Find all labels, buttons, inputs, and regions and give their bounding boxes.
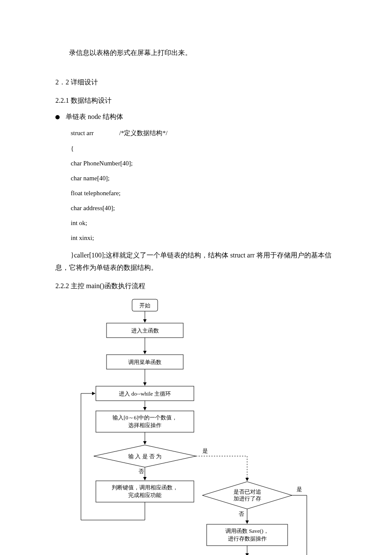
svg-text:是: 是 [202,448,208,454]
code-line: float telephonefare; [71,190,337,197]
code-line: char address[40]; [71,205,337,212]
svg-text:判断键值，调用相应函数，: 判断键值，调用相应函数， [112,484,178,491]
code-line: struct arr/*定义数据结构*/ [71,129,337,137]
svg-text:选择相应操作: 选择相应操作 [128,422,161,428]
svg-text:进入主函数: 进入主函数 [131,327,159,334]
paragraph: }caller[100];这样就定义了一个单链表的结构，结构体 struct a… [55,249,337,274]
heading-2-2-2: 2.2.2 主控 main()函数执行流程 [55,280,337,292]
svg-text:输 入 是 否 为: 输 入 是 否 为 [128,453,161,460]
code-line: char name[40]; [71,175,337,182]
code-line: char PhoneNumber[40]; [71,160,337,167]
svg-text:完成相应功能: 完成相应功能 [128,492,161,498]
svg-text:进行存数据操作: 进行存数据操作 [228,535,267,542]
heading-2-2: 2．2 详细设计 [55,76,337,89]
bullet-dot-icon [55,115,60,119]
svg-text:否: 否 [239,511,244,517]
flowchart: 开始 进入主函数 调用菜单函数 进入 do--while 主循环 输入[0～6]… [55,298,337,555]
svg-text:调用菜单函数: 调用菜单函数 [128,359,161,365]
code-line: int ok; [71,220,337,227]
svg-text:是: 是 [297,486,302,492]
svg-text:输入[0～6]中的一个数值，: 输入[0～6]中的一个数值， [112,414,177,421]
svg-text:调用函数 Save()，: 调用函数 Save()， [225,528,269,534]
paragraph: 录信息以表格的形式在屏幕上打印出来。 [55,47,337,59]
svg-text:否: 否 [138,468,144,474]
bullet-item: 单链表 node 结构体 [55,113,337,121]
svg-text:是否已对追: 是否已对追 [233,489,261,495]
svg-text:进入 do--while 主循环: 进入 do--while 主循环 [119,390,171,397]
svg-text:加进行了存: 加进行了存 [233,495,261,502]
svg-text:开始: 开始 [139,302,150,309]
code-line: int xinxi; [71,234,337,242]
bullet-text: 单链表 node 结构体 [66,113,123,121]
heading-2-2-1: 2.2.1 数据结构设计 [55,95,337,107]
code-line: { [71,145,337,152]
flowchart-svg: 开始 进入主函数 调用菜单函数 进入 do--while 主循环 输入[0～6]… [77,298,315,555]
